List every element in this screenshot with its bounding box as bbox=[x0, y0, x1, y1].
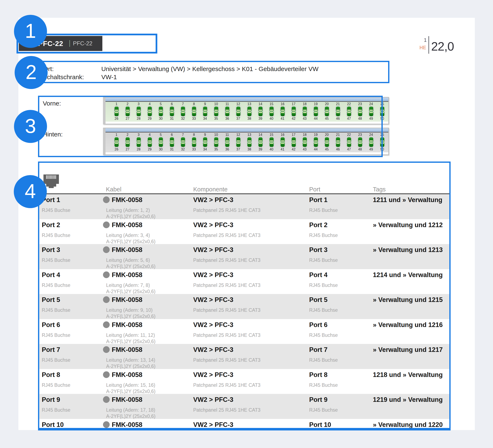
rj45-port-pair[interactable] bbox=[158, 137, 164, 148]
rj45-port-bottom-icon bbox=[148, 142, 152, 147]
rj45-port-pair[interactable] bbox=[236, 137, 241, 148]
rj45-port-pair[interactable] bbox=[191, 106, 197, 117]
table-row[interactable]: Port 7 RJ45 Buchse FMK-0058 Leitung (Ade… bbox=[39, 344, 449, 369]
rj45-port-top-icon bbox=[258, 107, 263, 111]
rj45-port-pair[interactable] bbox=[247, 137, 252, 148]
rj45-port-pair[interactable] bbox=[114, 106, 119, 117]
rj45-port-top-icon bbox=[380, 137, 384, 142]
rj45-port-top-icon bbox=[137, 137, 141, 142]
rj45-port-pair[interactable] bbox=[125, 106, 130, 117]
row-port-type: RJ45 Buchse bbox=[42, 257, 70, 263]
rj45-port-top-icon bbox=[358, 107, 362, 111]
rj45-port-pair[interactable] bbox=[269, 137, 274, 148]
rj45-port-bottom-icon bbox=[192, 112, 196, 116]
panel-port-column: 6 31 bbox=[166, 102, 177, 122]
rj45-port-pair[interactable] bbox=[269, 106, 274, 117]
rj45-port-pair[interactable] bbox=[291, 106, 296, 117]
table-row[interactable]: Port 1 RJ45 Buchse FMK-0058 Leitung (Ade… bbox=[39, 194, 449, 219]
rj45-port-pair[interactable] bbox=[147, 137, 153, 148]
rj45-port-pair[interactable] bbox=[224, 106, 230, 117]
panel-port-column: 18 43 bbox=[299, 133, 310, 152]
rj45-port-pair[interactable] bbox=[136, 137, 141, 148]
rj45-port-pair[interactable] bbox=[224, 137, 230, 148]
rj45-port-pair[interactable] bbox=[380, 106, 385, 117]
rj45-port-pair[interactable] bbox=[136, 106, 141, 117]
port-number-bottom: 37 bbox=[236, 148, 240, 151]
rj45-port-pair[interactable] bbox=[180, 106, 186, 117]
panel-port-column: 16 41 bbox=[277, 133, 288, 152]
port-number-top: 18 bbox=[303, 102, 307, 106]
rj45-port-pair[interactable] bbox=[280, 106, 285, 117]
rj45-port-pair[interactable] bbox=[213, 106, 219, 117]
rj45-port-bottom-icon bbox=[358, 112, 362, 116]
rj45-port-pair[interactable] bbox=[302, 106, 307, 117]
rj45-port-pair[interactable] bbox=[346, 137, 352, 148]
rj45-port-pair[interactable] bbox=[247, 106, 252, 117]
rj45-port-top-icon bbox=[347, 107, 351, 111]
port-number-top: 7 bbox=[182, 133, 184, 137]
rj45-port-pair[interactable] bbox=[335, 106, 341, 117]
table-row[interactable]: Port 6 RJ45 Buchse FMK-0058 Leitung (Ade… bbox=[39, 319, 449, 344]
row-remote-port-type: RJ45 Buchse bbox=[309, 382, 338, 388]
rj45-port-pair[interactable] bbox=[346, 106, 352, 117]
rj45-port-pair[interactable] bbox=[169, 106, 175, 117]
rj45-port-pair[interactable] bbox=[369, 106, 374, 117]
table-row[interactable]: Port 10 FMK-0058 VW2 > PFC-3 Port 10 » V… bbox=[39, 419, 449, 430]
rj45-port-top-icon bbox=[114, 137, 119, 142]
rj45-port-pair[interactable] bbox=[114, 137, 119, 148]
rj45-port-pair[interactable] bbox=[202, 106, 208, 117]
rj45-port-pair[interactable] bbox=[358, 106, 363, 117]
rj45-port-bottom-icon bbox=[236, 112, 240, 116]
row-tags: » Verwaltung und 1220 bbox=[373, 421, 443, 429]
rj45-port-pair[interactable] bbox=[358, 137, 363, 148]
rj45-port-bottom-icon bbox=[369, 112, 373, 116]
port-number-bottom: 41 bbox=[281, 148, 284, 151]
rj45-port-pair[interactable] bbox=[313, 106, 319, 117]
row-tags: » Verwaltung und 1212 bbox=[373, 221, 443, 229]
table-row[interactable]: Port 5 RJ45 Buchse FMK-0058 Leitung (Ade… bbox=[39, 294, 449, 319]
rj45-port-pair[interactable] bbox=[258, 137, 263, 148]
rj45-port-pair[interactable] bbox=[125, 137, 130, 148]
rj45-port-pair[interactable] bbox=[169, 137, 175, 148]
rj45-port-pair[interactable] bbox=[335, 137, 341, 148]
row-port-name: Port 6 bbox=[42, 321, 60, 329]
row-component: VW2 > PFC-3 bbox=[193, 196, 233, 204]
port-number-bottom: 36 bbox=[225, 148, 229, 151]
table-row[interactable]: Port 9 RJ45 Buchse FMK-0058 Leitung (Ade… bbox=[39, 394, 449, 419]
port-number-bottom: 40 bbox=[270, 148, 273, 151]
rj45-port-pair[interactable] bbox=[180, 137, 186, 148]
rj45-port-bottom-icon bbox=[181, 112, 185, 116]
table-row[interactable]: Port 3 RJ45 Buchse FMK-0058 Leitung (Ade… bbox=[39, 244, 449, 269]
port-number-top: 21 bbox=[336, 102, 340, 106]
row-cable-detail-1: Leitung (Adern: 5, 6) bbox=[106, 257, 150, 263]
rj45-port-bottom-icon bbox=[369, 142, 373, 147]
rj45-port-pair[interactable] bbox=[213, 137, 219, 148]
port-number-top: 10 bbox=[214, 133, 218, 137]
port-table: Kabel Komponente Port Tags Port 1 RJ45 B… bbox=[39, 162, 450, 430]
rj45-port-pair[interactable] bbox=[147, 106, 153, 117]
port-number-top: 5 bbox=[160, 133, 162, 137]
rj45-port-pair[interactable] bbox=[369, 137, 374, 148]
port-number-bottom: 41 bbox=[281, 117, 284, 121]
rj45-port-pair[interactable] bbox=[324, 106, 330, 117]
panel-port-column: 25 50 bbox=[377, 133, 388, 152]
rj45-port-pair[interactable] bbox=[236, 106, 241, 117]
rj45-port-pair[interactable] bbox=[202, 137, 208, 148]
row-remote-port: Port 10 bbox=[309, 421, 331, 429]
rj45-port-pair[interactable] bbox=[258, 106, 263, 117]
port-number-bottom: 28 bbox=[137, 117, 141, 121]
table-row[interactable]: Port 8 RJ45 Buchse FMK-0058 Leitung (Ade… bbox=[39, 369, 449, 394]
rj45-port-pair[interactable] bbox=[313, 137, 319, 148]
table-row[interactable]: Port 2 RJ45 Buchse FMK-0058 Leitung (Ade… bbox=[39, 219, 449, 244]
rj45-port-pair[interactable] bbox=[324, 137, 330, 148]
panel-front-body: 1 26 2 27 3 28 4 29 5 bbox=[105, 102, 388, 122]
rj45-port-pair[interactable] bbox=[302, 137, 307, 148]
rj45-port-pair[interactable] bbox=[380, 137, 385, 148]
row-cable-name: FMK-0058 bbox=[112, 321, 142, 329]
rj45-port-pair[interactable] bbox=[291, 137, 296, 148]
rj45-port-pair[interactable] bbox=[280, 137, 285, 148]
port-number-bottom: 50 bbox=[381, 148, 384, 151]
rj45-port-pair[interactable] bbox=[191, 137, 197, 148]
table-row[interactable]: Port 4 RJ45 Buchse FMK-0058 Leitung (Ade… bbox=[39, 269, 449, 294]
rj45-port-pair[interactable] bbox=[158, 106, 164, 117]
